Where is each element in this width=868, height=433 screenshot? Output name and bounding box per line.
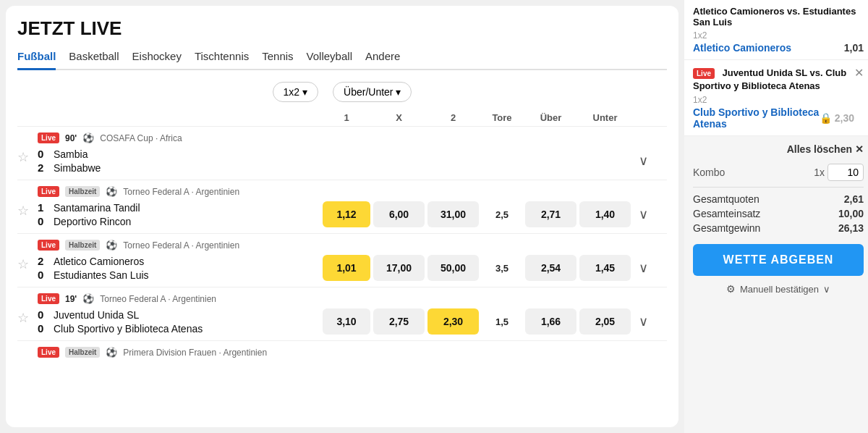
unter-btn-3[interactable]: 1,45 — [579, 255, 631, 281]
gesamtgewinn-label: Gesamtgewinn — [693, 222, 760, 234]
team2-score-2: 0 — [38, 215, 48, 227]
gesamtquoten-row: Gesamtquoten 2,61 — [693, 193, 864, 205]
team1-name-3: Atletico Camioneros — [54, 256, 144, 267]
star-icon-4[interactable]: ☆ — [17, 310, 29, 326]
tab-fussball[interactable]: Fußball — [17, 50, 56, 70]
ueber-btn-3[interactable]: 2,54 — [525, 255, 576, 281]
team2-score-4: 0 — [38, 322, 48, 335]
team-row-4a: 0 Juventud Unida SL — [38, 308, 203, 321]
close-icon-2[interactable]: ✕ — [854, 66, 864, 80]
team2-score-1: 2 — [38, 161, 48, 174]
right-panel: Atletico Camioneros vs. Estudiantes San … — [684, 0, 868, 433]
odds2-btn-4[interactable]: 2,30 — [427, 308, 479, 335]
odds2-btn-3[interactable]: 50,00 — [427, 255, 479, 281]
odds1-btn-4[interactable]: 3,10 — [323, 308, 370, 335]
unter-btn-2[interactable]: 1,40 — [579, 201, 631, 227]
competition-icon-1: ⚽ — [82, 133, 94, 143]
odds1-btn-3[interactable]: 1,01 — [323, 255, 370, 281]
tore-4: 1,5 — [482, 309, 522, 335]
match-competition-4: Torneo Federal A · Argentinien — [100, 294, 216, 304]
match-competition-5: Primera Division Frauen · Argentinien — [123, 348, 267, 358]
expand-btn-1[interactable]: ∨ — [632, 153, 654, 169]
match-competition-2: Torneo Federal A · Argentinien — [123, 187, 239, 197]
tab-eishockey[interactable]: Eishockey — [132, 50, 182, 70]
halbzeit-badge-3: Halbzeit — [65, 240, 100, 251]
team1-name-2: Santamarina Tandil — [54, 202, 140, 214]
clear-x-btn[interactable]: ✕ — [855, 143, 864, 155]
expand-btn-3[interactable]: ∨ — [632, 260, 654, 276]
competition-icon-3: ⚽ — [106, 240, 117, 251]
team1-score-1: 0 — [38, 148, 48, 160]
expand-btn-2[interactable]: ∨ — [632, 206, 654, 222]
filter-ueber-unter[interactable]: Über/Unter ▾ — [333, 82, 412, 102]
tore-2: 2,5 — [482, 202, 522, 227]
teams-scores-4: 0 Juventud Unida SL 0 Club Sportivo y Bi… — [38, 308, 203, 335]
divider-1 — [693, 187, 864, 188]
team-row-1b: 2 Simbabwe — [38, 161, 101, 174]
betslip-match1-team[interactable]: Atletico Camioneros — [693, 42, 791, 54]
star-icon-2[interactable]: ☆ — [17, 203, 29, 219]
tab-andere[interactable]: Andere — [365, 50, 400, 70]
live-badge-3: Live — [38, 240, 59, 251]
betslip-match2-team[interactable]: Club Sportivo y Biblioteca Atenas — [693, 106, 820, 130]
team1-score-4: 0 — [38, 308, 48, 321]
match-row-3: ☆ 2 Atletico Camioneros 0 Estudiantes Sa… — [17, 255, 667, 281]
match-row-1: ☆ 0 Sambia 2 Simbabwe ∨ — [17, 148, 667, 174]
live-indicator-2: Live — [693, 68, 715, 79]
tore-3: 3,5 — [482, 256, 522, 281]
manuell-row[interactable]: ⚙ Manuell bestätigen ∨ — [693, 283, 864, 295]
unter-btn-4[interactable]: 2,05 — [579, 308, 631, 335]
filter-1x2[interactable]: 1x2 ▾ — [273, 82, 318, 102]
tab-tennis[interactable]: Tennis — [262, 50, 293, 70]
match-competition-1: COSAFA Cup · Africa — [100, 133, 182, 143]
halbzeit-badge-2: Halbzeit — [65, 186, 100, 197]
tab-basketball[interactable]: Basketball — [69, 50, 119, 70]
betslip-match1-title: Atletico Camioneros vs. Estudiantes San … — [693, 6, 864, 28]
col-ueber: Über — [524, 112, 578, 123]
oddsx-btn-3[interactable]: 17,00 — [373, 255, 425, 281]
tab-volleyball[interactable]: Volleyball — [307, 50, 352, 70]
betslip-match1-label: 1x2 — [693, 30, 864, 41]
alles-loeschen-label[interactable]: Alles löschen — [787, 143, 852, 155]
betslip-match2-label: 1x2 — [693, 95, 854, 105]
ueber-btn-2[interactable]: 2,71 — [525, 201, 576, 227]
oddsx-btn-2[interactable]: 6,00 — [373, 201, 425, 227]
halbzeit-badge-5: Halbzeit — [65, 347, 100, 358]
match-teams-2: ☆ 1 Santamarina Tandil 0 Deportivo Rinco… — [17, 201, 321, 227]
star-icon-1[interactable]: ☆ — [17, 149, 29, 165]
filter-row: 1x2 ▾ Über/Unter ▾ — [17, 82, 667, 102]
match-competition-3: Torneo Federal A · Argentinien — [123, 240, 239, 251]
chevron-down-icon: ∨ — [823, 284, 830, 295]
main-panel: JETZT LIVE Fußball Basketball Eishockey … — [6, 6, 678, 427]
live-badge-1: Live — [38, 133, 59, 143]
team-row-3b: 0 Estudiantes San Luis — [38, 269, 149, 281]
match-meta-1: Live 90' ⚽ COSAFA Cup · Africa — [17, 133, 667, 143]
betslip-match2-title: Juventud Unida SL vs. Club Sportivo y Bi… — [693, 67, 846, 91]
betslip-bottom: Alles löschen ✕ Kombo 1x Gesamtquoten 2,… — [684, 136, 868, 433]
match-teams-4: ☆ 0 Juventud Unida SL 0 Club Sportivo y … — [17, 308, 321, 335]
col-unter: Unter — [578, 112, 632, 123]
team2-name-1: Simbabwe — [54, 162, 101, 174]
wette-abgeben-btn[interactable]: WETTE ABGEBEN — [693, 244, 864, 276]
gesamteinsatz-label: Gesamteinsatz — [693, 208, 760, 219]
manuell-label: Manuell bestätigen — [740, 284, 819, 295]
match-block-4: Live 19' ⚽ Torneo Federal A · Argentinie… — [17, 287, 667, 340]
team1-name-4: Juventud Unida SL — [54, 309, 139, 321]
live-badge-5: Live — [38, 347, 59, 358]
kombo-input-wrapper: 1x — [814, 164, 864, 181]
star-icon-3[interactable]: ☆ — [17, 256, 29, 272]
tab-tischtennis[interactable]: Tischtennis — [195, 50, 249, 70]
kombo-label: Kombo — [693, 167, 725, 178]
oddsx-btn-4[interactable]: 2,75 — [373, 308, 425, 335]
col-expand — [632, 112, 654, 123]
gesamtgewinn-row: Gesamtgewinn 26,13 — [693, 222, 864, 234]
team2-score-3: 0 — [38, 269, 48, 281]
kombo-input[interactable] — [827, 164, 864, 181]
expand-btn-4[interactable]: ∨ — [632, 314, 654, 329]
match-block-3: Live Halbzeit ⚽ Torneo Federal A · Argen… — [17, 233, 667, 287]
col-1: 1 — [321, 112, 372, 123]
odds1-btn-2[interactable]: 1,12 — [323, 201, 370, 227]
betslip-item-1: Atletico Camioneros vs. Estudiantes San … — [684, 0, 868, 60]
odds2-btn-2[interactable]: 31,00 — [427, 201, 479, 227]
ueber-btn-4[interactable]: 1,66 — [525, 308, 576, 335]
